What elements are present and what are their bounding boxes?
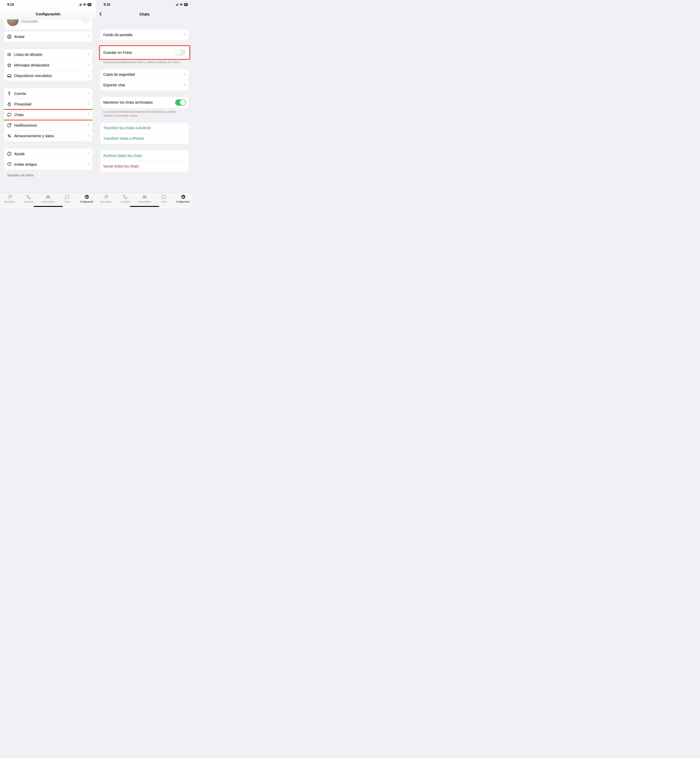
notifications-cell[interactable]: Notificaciones [4,120,92,131]
tab-communities-label: Comunidades [138,200,151,203]
page-title: Configuración [36,12,61,16]
battery-icon: 56 [184,3,188,6]
backup-cell[interactable]: Copia de seguridad [100,69,189,80]
transfer-android-cell[interactable]: Transferir los chats a Android [100,123,189,133]
svg-point-25 [181,5,181,6]
archive-all-cell[interactable]: Archivar todos los chats [100,150,189,161]
chevron-right-icon [88,163,89,166]
avatar-face-icon [7,34,13,39]
svg-rect-21 [175,5,175,6]
page-title: Chats [139,12,150,16]
status-icons: 56 [175,3,188,6]
status-bar: 9:15 56 [97,0,193,9]
clear-all-label: Vaciar todos los chats [103,164,186,168]
phone-screen-chats: 9:15 56 Chats Fondo de pantalla Guardar … [97,0,193,209]
export-label: Exportar chat [103,83,184,87]
heart-icon [7,162,13,167]
invite-friends-cell[interactable]: Invitar amigos [4,159,92,170]
clear-all-cell[interactable]: Vaciar todos los chats [100,161,189,172]
chevron-right-icon [88,134,89,138]
starred-label: Mensajes destacados [14,63,88,67]
transfer-android-label: Transferir los chats a Android [103,126,186,130]
group-transfer: Transferir los chats a Android Transferi… [100,123,189,144]
chevron-right-icon [184,73,186,77]
svg-rect-24 [177,3,178,6]
svg-point-27 [105,196,107,198]
broadcast-label: Listas de difusión [14,53,88,57]
tab-updates-label: Novedades [100,200,112,203]
key-icon [7,91,13,96]
status-bar: 9:15 56 [0,0,96,9]
chats-scroll[interactable]: Fondo de pantalla Guardar en Fotos Guard… [97,19,193,193]
profile-row[interactable]: Disponible [4,19,92,29]
chevron-right-icon [88,152,89,156]
nav-header: Chats [97,9,193,19]
arrows-up-down-icon [7,133,13,138]
svg-point-16 [9,196,10,198]
tab-bar: Novedades Llamadas Comunidades Chats Con… [0,193,96,209]
transfer-iphone-cell[interactable]: Transferir chats a iPhone [100,133,189,144]
chevron-right-icon [88,53,89,56]
svg-rect-3 [81,3,81,6]
group-archive-clear: Archivar todos los chats Vaciar todos lo… [100,150,189,172]
tab-settings[interactable]: Configuración [173,194,193,209]
save-to-photos-cell[interactable]: Guardar en Fotos [100,47,189,58]
backup-label: Copia de seguridad [103,72,184,77]
privacy-cell[interactable]: Privacidad [4,99,92,110]
lock-icon [7,102,13,106]
svg-rect-22 [175,5,176,6]
save-photos-toggle[interactable] [175,49,186,56]
avatar-cell[interactable]: Avatar [4,31,92,42]
svg-point-6 [8,36,9,37]
tab-settings-label: Configuración [176,200,190,203]
profile-status-text: Disponible [21,19,38,23]
laptop-icon [7,74,13,78]
help-cell[interactable]: Ayuda [4,149,92,159]
svg-point-12 [10,124,11,125]
svg-point-9 [9,92,10,94]
megaphone-icon [7,52,13,57]
keep-archived-toggle[interactable] [175,99,186,106]
broadcast-lists-cell[interactable]: Listas de difusión [4,49,92,60]
chevron-right-icon [88,63,89,67]
export-chat-cell[interactable]: Exportar chat [100,80,189,91]
svg-rect-23 [177,4,177,6]
storage-cell[interactable]: Almacenamiento y datos [4,131,92,141]
tab-bar: Novedades Llamadas Comunidades Chats Con… [97,193,193,209]
back-button[interactable] [99,12,102,17]
tab-updates[interactable]: Novedades [0,194,19,209]
info-icon [7,152,13,156]
wallpaper-cell[interactable]: Fondo de pantalla [100,30,189,40]
chevron-right-icon [184,83,186,87]
chevron-right-icon [88,124,89,127]
chats-cell[interactable]: Chats [4,110,92,120]
svg-rect-10 [8,104,11,106]
keep-archived-label: Mantener los chats archivados [103,100,175,105]
home-indicator [130,206,159,207]
chevron-right-icon [88,92,89,96]
svg-point-14 [9,153,9,153]
qr-badge[interactable] [82,19,89,23]
keep-archived-footer: Los chats archivados permanecerán archiv… [97,108,193,117]
svg-point-5 [8,35,11,39]
account-cell[interactable]: Cuenta [4,88,92,99]
linked-devices-cell[interactable]: Dispositivos vinculados [4,70,92,81]
account-label: Cuenta [14,92,88,96]
group-avatar: Avatar [4,31,92,42]
tab-settings[interactable]: Configuración [77,194,96,209]
settings-scroll[interactable]: Disponible Avatar Listas de difusión [0,19,96,193]
tab-communities-label: Comunidades [41,200,55,203]
tab-updates[interactable]: Novedades [97,194,116,209]
svg-rect-0 [78,5,78,6]
chevron-right-icon [88,74,89,78]
status-icons: 56 [78,3,91,6]
chat-bubble-icon [7,113,13,117]
group-settings-main: Cuenta Privacidad Chats [4,88,92,141]
save-photos-footer: Guarda automáticamente fotos y videos re… [97,58,193,64]
group-backup: Copia de seguridad Exportar chat [100,69,189,91]
group-keep-archived: Mantener los chats archivados [100,97,189,108]
tab-calls-label: Llamadas [24,200,34,203]
group-lists: Listas de difusión Mensajes destacados D… [4,49,92,81]
keep-archived-cell[interactable]: Mantener los chats archivados [100,97,189,108]
starred-messages-cell[interactable]: Mensajes destacados [4,60,92,70]
